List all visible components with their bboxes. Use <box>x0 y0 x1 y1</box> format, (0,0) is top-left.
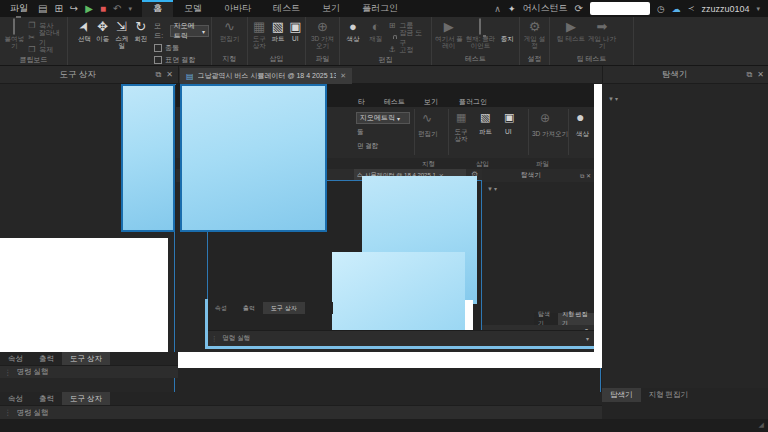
select-tool-button[interactable]: ➤ 선택 <box>76 19 93 42</box>
material-button[interactable]: ◐ 재질 <box>365 19 387 42</box>
history-icon[interactable]: ◷ <box>657 4 665 14</box>
tab-properties[interactable]: 속성 <box>0 392 31 405</box>
tab-avatar[interactable]: 아바타 <box>213 0 262 17</box>
new-file-icon[interactable]: ▤ <box>38 0 47 17</box>
sky-block <box>180 84 327 232</box>
ribbon-group-label: 설정 <box>520 54 549 65</box>
nested-right-tabs: 탐색기 지형 편집기 <box>534 313 594 325</box>
nested-section-label: 파일 <box>536 160 549 169</box>
nested-check-label: 돌 <box>357 128 364 137</box>
explorer-filter-row[interactable]: ▼▾ <box>602 84 768 105</box>
rotate-icon: ↻ <box>135 19 146 34</box>
ribbon-group-insert: ▦ 도구 상자 ▧ 파트 ▣ UI 삽입 <box>248 17 306 65</box>
tab-terrain-editor[interactable]: 지형 편집기 <box>641 388 697 402</box>
username[interactable]: zzuzzu0104 <box>701 4 749 14</box>
redo-icon[interactable]: ↪ <box>70 0 78 17</box>
current-client-button[interactable]: 현재: 클라이언트 <box>465 19 497 49</box>
cloud-icon[interactable]: ☁ <box>672 4 681 14</box>
lock-tool-button[interactable]: 잠금 도구 <box>388 32 429 43</box>
close-tab-icon[interactable]: ✕ <box>340 72 346 80</box>
ribbon-group-clipboard: 붙여넣기 ❐ 복사 ✂ 잘라내기 ❒ 복제 <box>0 17 68 65</box>
grip-icon: ⋮ <box>4 368 12 377</box>
tab-output[interactable]: 출력 <box>31 392 62 405</box>
explorer-panel-header: 탐색기 ⧉ ✕ <box>602 66 768 83</box>
play-here-button[interactable]: ▶ 여기서 플레이 <box>434 19 464 49</box>
assistant-button[interactable]: 어시스턴트 <box>522 2 567 15</box>
record-icon[interactable]: ■ <box>100 0 106 17</box>
sync-icon[interactable]: ⟳ <box>574 3 582 14</box>
dock-header-row: 도구 상자 ⧉ ✕ ▤ 그낭광역시 버스 시뮬레이터 @ 18 4 2025 1… <box>0 66 768 84</box>
leave-game-button[interactable]: ➡ 게임 나가기 <box>587 19 617 49</box>
share-icon[interactable]: ≺ <box>688 4 695 13</box>
resize-grip-icon[interactable]: ◢ <box>759 421 764 429</box>
collapse-ribbon-icon[interactable]: ∧ <box>494 4 501 14</box>
ui-button[interactable]: ▣ UI <box>288 19 303 42</box>
nested-sky-block <box>332 252 465 330</box>
ribbon-group-label: 편집 <box>340 55 431 65</box>
nested-tab: 플러그인 <box>459 97 487 107</box>
command-bar-left[interactable]: ⋮ 명령 실행 <box>0 365 178 378</box>
stop-button[interactable]: 중지 <box>497 19 517 42</box>
caret-down-icon[interactable]: ▾ <box>128 0 132 17</box>
right-panel-footer <box>602 402 768 419</box>
team-test-icon: ▶ <box>566 19 576 34</box>
search-input[interactable] <box>590 2 650 15</box>
join-surfaces-checkbox[interactable]: 표면 결합 <box>154 55 209 65</box>
move-tool-button[interactable]: ✥ 이동 <box>94 19 111 42</box>
tab-test[interactable]: 테스트 <box>262 0 311 17</box>
checkbox-icon <box>154 56 162 64</box>
command-bar-bottom[interactable]: ⋮ 명령 실행 <box>0 405 602 419</box>
ribbon-group-terrain: ∿ 편집기 지형 <box>212 17 248 65</box>
nested-section-label: 삽입 <box>476 160 489 169</box>
play-icon[interactable]: ▶ <box>85 0 93 17</box>
tab-explorer[interactable]: 탐색기 <box>602 388 641 402</box>
ribbon-spacer <box>634 17 768 65</box>
tab-properties[interactable]: 속성 <box>0 352 31 365</box>
duplicate-button[interactable]: ❒ 복제 <box>27 44 65 55</box>
copy-icon: ❐ <box>27 21 36 30</box>
tab-toolbox[interactable]: 도구 상자 <box>62 352 110 365</box>
toolbox-button[interactable]: ▦ 도구 상자 <box>250 19 268 49</box>
paste-button[interactable]: 붙여넣기 <box>2 19 26 49</box>
file-menu[interactable]: 파일 <box>0 2 38 15</box>
float-panel-icon[interactable]: ⧉ <box>747 70 753 80</box>
ui-icon: ▣ <box>289 19 301 34</box>
team-test-button[interactable]: ▶ 팀 테스트 <box>556 19 586 42</box>
terrain-editor-button[interactable]: ∿ 편집기 <box>217 19 243 42</box>
nested-panel-tabs: 속성 출력 도구 상자 <box>207 302 333 314</box>
part-button[interactable]: ▧ 파트 <box>269 19 286 42</box>
nested-filter-icon: ▼▾ <box>487 185 498 192</box>
close-icon[interactable]: ✕ <box>757 70 764 80</box>
nested-color-icon: ● <box>576 109 584 125</box>
tab-home[interactable]: 홈 <box>142 0 173 17</box>
ribbon-group-label: 테스트 <box>432 54 519 65</box>
import-3d-button[interactable]: ⊕ 3D 가져오기 <box>308 19 337 49</box>
color-button[interactable]: ● 색상 <box>342 19 364 42</box>
close-icon[interactable]: ✕ <box>166 70 173 80</box>
tab-model[interactable]: 모델 <box>173 0 213 17</box>
tab-plugins[interactable]: 플러그인 <box>351 0 409 17</box>
nested-section-label: 지형 <box>422 160 435 169</box>
mode-dropdown[interactable]: 지오메트릭 ▾ <box>170 25 209 37</box>
tab-output[interactable]: 출력 <box>31 352 62 365</box>
document-tab[interactable]: ▤ 그낭광역시 버스 시뮬레이터 @ 18 4 2025 13:52 ✕ <box>180 68 352 84</box>
rotate-tool-button[interactable]: ↻ 회전 <box>132 19 149 42</box>
undo-icon[interactable]: ↶ <box>113 0 121 17</box>
float-panel-icon[interactable]: ⧉ <box>156 70 162 80</box>
game-settings-button[interactable]: ⚙ 게임 설정 <box>522 19 547 49</box>
nested-label: 색상 <box>576 130 589 139</box>
nested-tab: 테스트 <box>384 97 405 107</box>
menu-bar: 파일 ▤ ⊞ ↪ ▶ ■ ↶ ▾ 홈 모델 아바타 테스트 보기 플러그인 ∧ … <box>0 0 768 17</box>
tab-toolbox[interactable]: 도구 상자 <box>62 392 110 405</box>
nested-focus-border <box>205 346 594 349</box>
user-caret-icon[interactable]: ▾ <box>756 5 760 13</box>
nested-label: 3D 가져오기 <box>532 130 568 139</box>
tab-view[interactable]: 보기 <box>311 0 351 17</box>
collisions-checkbox[interactable]: 충돌 <box>154 43 209 53</box>
checkbox-icon <box>154 44 162 52</box>
assistant-icon: ✦ <box>508 4 516 14</box>
scale-tool-button[interactable]: ⇲ 스케일 <box>112 19 131 49</box>
open-file-icon[interactable]: ⊞ <box>54 0 62 17</box>
anchor-button[interactable]: ⚓ 고정 <box>388 44 429 55</box>
cut-button[interactable]: ✂ 잘라내기 <box>27 32 65 43</box>
